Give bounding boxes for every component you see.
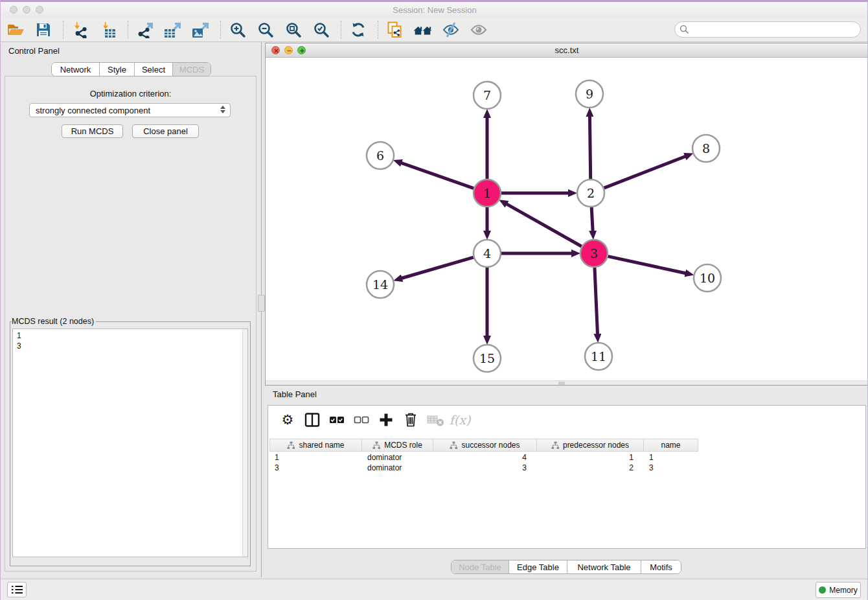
export-network-button[interactable]: [135, 20, 155, 40]
tab-style[interactable]: Style: [99, 63, 134, 76]
zoom-in-button[interactable]: [228, 20, 247, 40]
network-from-file-button[interactable]: [385, 20, 405, 40]
column-header-shared-name[interactable]: shared name: [269, 439, 362, 452]
criterion-value: strongly connected component: [36, 106, 150, 115]
graph-node-label-2: 2: [587, 186, 595, 200]
graph-edge-2-9[interactable]: [589, 116, 590, 179]
graph-edge-3-11[interactable]: [595, 268, 598, 334]
network-hscrollbar[interactable]: [266, 380, 868, 385]
zoom-fit-icon: [285, 21, 302, 38]
graph-edge-3-10[interactable]: [608, 257, 685, 273]
column-label: shared name: [299, 441, 344, 450]
splitter-handle[interactable]: [258, 295, 265, 312]
column-header-successor-nodes[interactable]: successor nodes: [433, 439, 537, 452]
tab-network-table[interactable]: Network Table: [567, 560, 641, 573]
run-mcds-button[interactable]: Run MCDS: [62, 124, 123, 138]
zoom-out-icon: [257, 21, 274, 38]
task-history-button[interactable]: [7, 582, 27, 597]
show-columns-button[interactable]: [303, 411, 321, 429]
search-icon: [680, 25, 689, 34]
table-row[interactable]: 3 dominator 3 2 3: [269, 463, 698, 473]
tab-motifs[interactable]: Motifs: [641, 560, 681, 573]
control-panel-header: Control Panel ✖: [1, 42, 261, 59]
column-header-predecessor-nodes[interactable]: predecessor nodes: [537, 439, 644, 452]
memory-label: Memory: [829, 586, 857, 595]
export-image-button[interactable]: [191, 20, 211, 40]
zoom-fit-content-button[interactable]: [284, 20, 303, 40]
save-session-button[interactable]: [34, 20, 53, 40]
optimization-criterion-label: Optimization criterion:: [5, 89, 257, 98]
table-row[interactable]: 1 dominator 4 1 1: [269, 452, 698, 463]
import-network-icon: [72, 21, 89, 38]
app-title: Session: New Session: [1, 5, 868, 15]
show-graphics-details-button[interactable]: [469, 20, 488, 40]
graph-node-label-1: 1: [483, 186, 491, 200]
select-stepper-icon: [220, 106, 225, 113]
search-input[interactable]: [692, 23, 860, 36]
result-scrollbar[interactable]: [242, 329, 247, 557]
table-header-row: shared name MCDS role successor: [269, 439, 698, 452]
toolbar-separator: [341, 21, 341, 39]
tab-network[interactable]: Network: [52, 63, 99, 76]
mcds-result-title: MCDS result (2 nodes): [12, 317, 96, 326]
table-settings-button[interactable]: ⚙: [279, 411, 297, 429]
graph-node-label-10: 10: [700, 271, 715, 285]
hide-graphics-details-button[interactable]: [441, 20, 461, 40]
column-header-name[interactable]: name: [644, 439, 698, 452]
graph-edge-4-14[interactable]: [402, 257, 474, 278]
table-panel-title: Table Panel: [273, 389, 317, 399]
graph-node-label-11: 11: [591, 349, 606, 363]
deselect-all-rows-button[interactable]: [352, 411, 371, 429]
refresh-icon: [350, 21, 367, 38]
cell-successor-nodes: 4: [433, 453, 537, 462]
tab-node-table[interactable]: Node Table: [451, 560, 508, 573]
column-header-mcds-role[interactable]: MCDS role: [362, 439, 433, 452]
delete-table-icon: [427, 413, 444, 427]
zoom-selected-button[interactable]: [312, 20, 331, 40]
tab-select[interactable]: Select: [134, 63, 172, 76]
select-all-rows-button[interactable]: [328, 411, 346, 429]
home-button[interactable]: [413, 20, 433, 40]
import-network-file-button[interactable]: [71, 20, 90, 40]
save-floppy-icon: [36, 22, 51, 38]
function-builder-button[interactable]: f(x): [451, 411, 469, 429]
mcds-result-list[interactable]: 1 3: [12, 329, 248, 557]
memory-status-icon: [819, 586, 826, 594]
graph-edge-2-8[interactable]: [604, 156, 686, 188]
close-panel-button[interactable]: Close panel: [132, 124, 199, 138]
network-view-window: scc.txt 7968124314101511: [265, 43, 868, 386]
delete-columns-button[interactable]: [402, 411, 420, 429]
graph-edge-2-3[interactable]: [591, 207, 593, 231]
graph-node-label-3: 3: [590, 246, 598, 260]
eye-icon: [470, 21, 488, 38]
tab-mcds[interactable]: MCDS: [172, 63, 211, 76]
zoom-selected-icon: [313, 21, 330, 38]
apply-layout-button[interactable]: [348, 20, 368, 40]
toolbar-separator: [128, 21, 128, 39]
graph-node-label-6: 6: [376, 148, 384, 163]
criterion-select[interactable]: strongly connected component: [29, 103, 231, 117]
network-window-title: scc.txt: [266, 45, 868, 55]
column-label: successor nodes: [461, 441, 520, 450]
cell-name: 1: [644, 453, 698, 462]
network-window-titlebar[interactable]: scc.txt: [266, 43, 868, 58]
result-line: 1: [17, 330, 247, 341]
memory-button[interactable]: Memory: [816, 582, 861, 598]
zoom-out-button[interactable]: [256, 20, 275, 40]
cell-shared-name: 1: [269, 453, 362, 462]
application-window: Session: New Session: [0, 0, 868, 600]
graph-node-label-8: 8: [702, 141, 710, 156]
graph-edge-3-1[interactable]: [507, 204, 582, 247]
network-canvas[interactable]: 7968124314101511: [266, 58, 868, 385]
network-graph: 7968124314101511: [266, 58, 868, 385]
graph-edge-1-6[interactable]: [401, 163, 474, 188]
tab-edge-table[interactable]: Edge Table: [508, 560, 567, 573]
create-column-button[interactable]: [377, 411, 395, 429]
hierarchy-icon: [450, 441, 458, 450]
import-table-file-button[interactable]: [98, 20, 118, 40]
export-table-button[interactable]: [163, 20, 183, 40]
hierarchy-icon: [372, 441, 381, 450]
export-image-icon: [192, 21, 210, 38]
open-session-button[interactable]: [6, 20, 25, 40]
delete-table-button[interactable]: [426, 411, 444, 429]
